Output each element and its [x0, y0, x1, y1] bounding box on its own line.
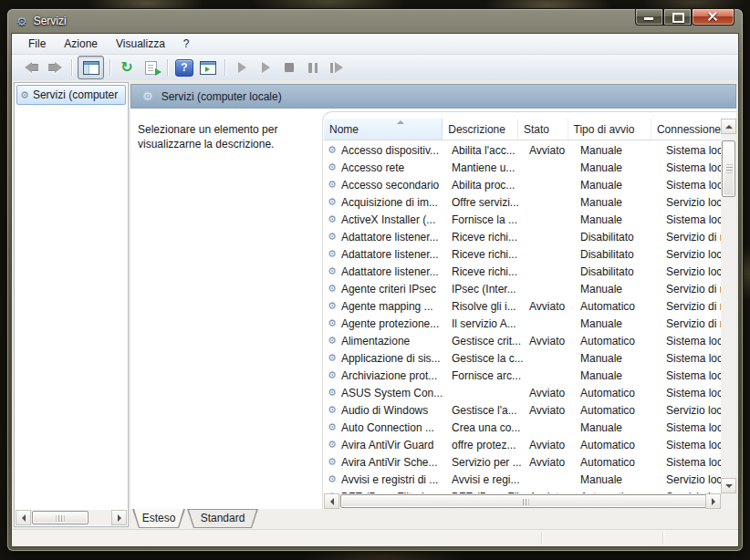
cell-tipo-avvio: Manuale	[575, 176, 661, 193]
sidebar-horizontal-scrollbar[interactable]	[16, 510, 127, 525]
pane-header: ⚙ Servizi (computer locale)	[130, 84, 736, 109]
scroll-right-button[interactable]	[705, 493, 721, 509]
table-row[interactable]: ⚙Archiviazione prot...Fornisce arc...Man…	[324, 367, 721, 384]
table-row[interactable]: ⚙Avira AntiVir Guardoffre protez...Avvia…	[324, 436, 721, 453]
scroll-left-button[interactable]	[324, 493, 339, 509]
menu-item-azione[interactable]: Azione	[55, 35, 107, 53]
column-header-tipo-di-avvio[interactable]: Tipo di avvio	[568, 119, 651, 140]
column-header-connessione[interactable]: Connessione	[651, 119, 721, 140]
resume-service-button[interactable]	[255, 57, 276, 78]
cell-stato	[524, 349, 575, 367]
column-header-stato[interactable]: Stato	[518, 119, 568, 140]
column-header-descrizione[interactable]: Descrizione	[443, 119, 518, 140]
menu-item-help[interactable]: ?	[174, 35, 199, 53]
title-bar[interactable]: ⚙ Servizi	[7, 9, 743, 33]
scrollbar-thumb[interactable]	[32, 511, 89, 524]
services-gear-icon: ⚙	[20, 90, 29, 100]
arrow-up-icon	[725, 125, 733, 129]
vertical-scrollbar[interactable]	[721, 119, 736, 493]
table-row[interactable]: ⚙Applicazione di sis...Gestisce la c...M…	[324, 349, 721, 367]
cell-connessione: Servizio locale	[661, 193, 721, 211]
scroll-up-button[interactable]	[721, 119, 736, 134]
stop-service-button[interactable]	[278, 57, 300, 78]
scrollbar-thumb[interactable]	[340, 494, 709, 508]
service-name: Avira AntiVir Guard	[341, 439, 434, 451]
scroll-right-button[interactable]	[111, 510, 127, 525]
cell-descrizione: Abilita l'acc...	[446, 141, 524, 159]
table-row[interactable]: ⚙Agente protezione...Il servizio A...Man…	[324, 315, 721, 332]
cell-tipo-avvio: Automatico	[575, 384, 661, 401]
table-row[interactable]: ⚙Auto Connection ...Crea una co...Manual…	[324, 419, 721, 436]
service-gear-icon: ⚙	[328, 405, 337, 415]
cell-descrizione: Fornisce arc...	[446, 367, 524, 384]
service-name: Alimentazione	[341, 335, 410, 347]
cell-tipo-avvio: Disabilitato	[575, 245, 661, 263]
start-service-button[interactable]	[231, 57, 253, 78]
forward-button[interactable]	[44, 57, 66, 78]
horizontal-scrollbar[interactable]	[324, 493, 721, 509]
cell-stato	[524, 419, 575, 436]
table-row[interactable]: ⚙Adattatore listener...Riceve richi...Di…	[324, 228, 721, 245]
table-row[interactable]: ⚙AlimentazioneGestisce crit...AvviatoAut…	[324, 332, 721, 349]
pane-header-title: Servizi (computer locale)	[161, 90, 282, 103]
service-name: ASUS System Con...	[341, 387, 443, 399]
table-row[interactable]: ⚙Accesso dispositiv...Abilita l'acc...Av…	[324, 141, 721, 159]
service-name: Avira AntiVir Sche...	[341, 456, 438, 469]
cell-tipo-avvio: Automatico	[575, 332, 661, 349]
sidebar-item-servizi[interactable]: ⚙ Servizi (computer	[16, 85, 126, 105]
cell-connessione: Servizio di rete	[661, 228, 721, 245]
table-row[interactable]: ⚙ActiveX Installer (...Fornisce la ...Ma…	[324, 211, 721, 228]
back-button[interactable]	[20, 57, 42, 78]
action-pane-toggle-button[interactable]	[197, 57, 219, 78]
console-tree-toggle-button[interactable]	[78, 56, 104, 79]
cell-descrizione: Riceve richi...	[446, 263, 524, 280]
cell-connessione: Sistema locale	[661, 419, 721, 436]
arrow-left-icon	[330, 498, 334, 505]
table-row[interactable]: ⚙Agente mapping ...Risolve gli i...Avvia…	[324, 297, 721, 315]
table-row[interactable]: ⚙Avvisi e registri di ...Avvisi e regi..…	[324, 471, 721, 488]
maximize-icon	[672, 13, 684, 23]
table-row[interactable]: ⚙Agente criteri IPsecIPsec (Inter...Manu…	[324, 280, 721, 297]
scrollbar-thumb[interactable]	[722, 140, 735, 197]
table-row[interactable]: ⚙Audio di WindowsGestisce l'a...AvviatoA…	[324, 401, 721, 419]
scroll-left-button[interactable]	[16, 510, 31, 525]
minimize-button[interactable]	[635, 9, 663, 26]
table-row[interactable]: ⚙Accesso reteMantiene u...ManualeSistema…	[324, 159, 721, 176]
scrollbar-corner	[721, 493, 736, 509]
close-button[interactable]	[692, 9, 734, 26]
maximize-button[interactable]	[663, 9, 692, 26]
service-gear-icon: ⚙	[328, 145, 337, 155]
table-row[interactable]: ⚙Adattatore listener...Riceve richi...Di…	[324, 245, 721, 263]
arrow-left-icon	[22, 514, 26, 522]
cell-connessione: Sistema locale	[661, 159, 721, 176]
menu-item-visualizza[interactable]: Visualizza	[107, 35, 174, 53]
table-row[interactable]: ⚙ASUS System Con...AvviatoAutomaticoSist…	[324, 384, 721, 401]
cell-stato: Avviato	[524, 384, 575, 401]
cell-stato: Avviato	[524, 297, 575, 315]
menu-item-file[interactable]: File	[19, 35, 55, 53]
scroll-down-button[interactable]	[721, 478, 736, 493]
stop-icon	[285, 63, 294, 72]
table-row[interactable]: ⚙Acquisizione di im...Offre servizi...Ma…	[324, 193, 721, 211]
service-gear-icon: ⚙	[328, 388, 337, 398]
restart-service-button[interactable]	[326, 57, 348, 78]
tab-esteso[interactable]: Esteso	[132, 509, 185, 528]
cell-stato	[524, 471, 575, 488]
service-gear-icon: ⚙	[328, 318, 337, 328]
cell-stato: Avviato	[524, 453, 575, 471]
table-row[interactable]: ⚙Adattatore listener...Riceve richi...Di…	[324, 263, 721, 280]
cell-stato: Avviato	[524, 332, 575, 349]
table-header: Nome Descrizione Stato Tipo di avvio Con…	[324, 119, 721, 140]
service-name: ActiveX Installer (...	[341, 213, 435, 226]
help-icon: ?	[175, 59, 193, 77]
pause-service-button[interactable]	[302, 57, 324, 78]
column-header-nome[interactable]: Nome	[324, 119, 443, 140]
refresh-button[interactable]: ↻	[116, 57, 138, 78]
cell-stato	[524, 159, 575, 176]
tab-standard[interactable]: Standard	[187, 509, 258, 528]
export-list-button[interactable]	[140, 57, 161, 78]
table-row[interactable]: ⚙Accesso secondarioAbilita proc...Manual…	[324, 176, 721, 193]
cell-connessione: Sistema locale	[661, 176, 721, 193]
table-row[interactable]: ⚙Avira AntiVir Sche...Servizio per ...Av…	[324, 453, 721, 471]
help-button[interactable]: ?	[173, 57, 195, 78]
